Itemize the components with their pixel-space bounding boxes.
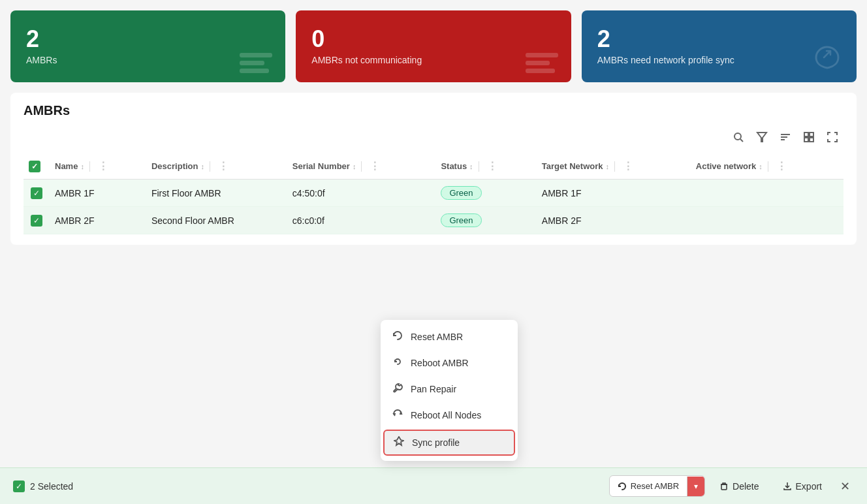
density-button[interactable]: [800, 129, 817, 146]
summary-cards: 2 AMBRs 0 AMBRs not communicating 2 AMBR…: [0, 0, 867, 93]
row-name-1: AMBR 2F: [50, 207, 146, 234]
target-sort-icon: ↕: [606, 163, 610, 170]
row-name-0: AMBR 1F: [50, 180, 146, 207]
card-icon-need-sync: [811, 40, 843, 76]
row-status-1: Green: [435, 207, 536, 234]
status-badge-0: Green: [441, 186, 481, 200]
name-sort-icon: ↕: [80, 163, 84, 170]
sort-button[interactable]: [777, 129, 794, 146]
svg-rect-9: [810, 138, 813, 142]
col-header-status[interactable]: Status ↕ ⋮: [435, 153, 536, 180]
row-serial-0: c4:50:0f: [287, 180, 436, 207]
svg-rect-10: [721, 484, 727, 490]
wrench-icon: [391, 383, 404, 396]
airplane-icon: [392, 436, 405, 449]
col-header-target-network[interactable]: Target Network ↕ ⋮: [537, 153, 691, 180]
status-badge-1: Green: [441, 213, 481, 227]
card-icon-ambrs: [240, 53, 272, 76]
active-sort-icon: ↕: [759, 163, 763, 170]
reset-icon: [391, 330, 404, 343]
row-checkbox-1[interactable]: [31, 215, 42, 227]
active-col-menu[interactable]: ⋮: [776, 160, 787, 172]
select-all-checkbox[interactable]: [29, 161, 40, 172]
col-header-active-network[interactable]: Active network ↕ ⋮: [691, 153, 843, 180]
row-checkbox-0[interactable]: [31, 187, 42, 199]
section-title: AMBRs: [24, 103, 843, 118]
name-col-menu[interactable]: ⋮: [98, 160, 108, 172]
context-menu-item-reboot-ambr[interactable]: Reboot AMBR: [381, 350, 518, 376]
row-target-network-1: AMBR 2F: [537, 207, 691, 234]
svg-line-1: [740, 139, 743, 142]
reboot-nodes-icon: [391, 409, 404, 422]
svg-marker-2: [757, 133, 766, 142]
row-description-1: Second Floor AMBR: [146, 207, 287, 234]
status-col-menu[interactable]: ⋮: [487, 160, 497, 172]
table-row[interactable]: AMBR 1F First Floor AMBR c4:50:0f Green …: [24, 180, 843, 207]
row-status-0: Green: [435, 180, 536, 207]
row-target-network-0: AMBR 1F: [537, 180, 691, 207]
bottom-bar: 2 Selected Reset AMBR ▾ Delete: [0, 467, 867, 504]
card-total-ambrs[interactable]: 2 AMBRs: [10, 10, 285, 82]
export-button[interactable]: Export: [774, 476, 831, 497]
svg-rect-7: [810, 133, 813, 136]
col-separator-3: [361, 161, 362, 172]
card-icon-not-communicating: [526, 53, 558, 76]
selected-count-label: 2 Selected: [30, 481, 73, 492]
svg-rect-6: [804, 133, 808, 136]
target-col-menu[interactable]: ⋮: [623, 160, 633, 172]
ambr-table: Name ↕ ⋮ Description ↕ ⋮: [24, 153, 843, 234]
reset-ambr-label: Reset AMBR: [631, 481, 679, 491]
context-menu-item-sync-profile[interactable]: Sync profile: [383, 430, 515, 456]
svg-point-0: [734, 133, 741, 140]
context-menu-item-reset-ambr[interactable]: Reset AMBR: [381, 324, 518, 350]
card-need-sync[interactable]: 2 AMBRs need network profile sync: [582, 10, 857, 82]
col-separator-5: [614, 161, 615, 172]
selected-count-container: 2 Selected: [13, 480, 73, 492]
card-not-communicating[interactable]: 0 AMBRs not communicating: [296, 10, 571, 82]
fullscreen-button[interactable]: [824, 129, 841, 146]
reset-ambr-main-button[interactable]: Reset AMBR: [610, 476, 687, 496]
col-separator: [89, 161, 90, 172]
reset-ambr-dropdown-button[interactable]: ▾: [687, 477, 704, 496]
col-separator-6: [768, 161, 768, 172]
desc-col-menu[interactable]: ⋮: [218, 160, 229, 172]
export-label: Export: [796, 481, 822, 492]
context-menu-label-reset-ambr: Reset AMBR: [411, 332, 463, 342]
row-checkbox-cell[interactable]: [24, 180, 50, 207]
serial-sort-icon: ↕: [353, 163, 356, 170]
context-menu-label-reboot-all-nodes: Reboot All Nodes: [411, 410, 481, 420]
bottom-bar-actions: Reset AMBR ▾ Delete Export ✕: [609, 475, 854, 497]
row-description-0: First Floor AMBR: [146, 180, 287, 207]
bottom-bar-checkbox[interactable]: [13, 480, 25, 492]
close-button[interactable]: ✕: [836, 475, 854, 497]
col-header-serial[interactable]: Serial Number ↕ ⋮: [287, 153, 436, 180]
col-header-description[interactable]: Description ↕ ⋮: [146, 153, 287, 180]
svg-rect-8: [804, 138, 808, 142]
table-row[interactable]: AMBR 2F Second Floor AMBR c6:c0:0f Green…: [24, 207, 843, 234]
col-header-name[interactable]: Name ↕ ⋮: [50, 153, 146, 180]
context-menu: Reset AMBR Reboot AMBR Pan Repair Reboot…: [381, 320, 518, 461]
table-header-row: Name ↕ ⋮ Description ↕ ⋮: [24, 153, 843, 180]
card-need-sync-number: 2: [597, 27, 841, 51]
desc-sort-icon: ↕: [200, 163, 204, 170]
table-toolbar: [24, 129, 843, 146]
reset-ambr-btn-group: Reset AMBR ▾: [609, 475, 705, 497]
row-active-network-1: [691, 207, 843, 234]
card-total-ambrs-label: AMBRs: [26, 55, 270, 65]
card-total-ambrs-number: 2: [26, 27, 270, 51]
search-button[interactable]: [730, 129, 747, 146]
context-menu-item-reboot-all-nodes[interactable]: Reboot All Nodes: [381, 402, 518, 428]
filter-button[interactable]: [753, 129, 770, 146]
col-separator-2: [210, 161, 210, 172]
reboot-icon: [391, 356, 404, 370]
context-menu-item-pan-repair[interactable]: Pan Repair: [381, 376, 518, 402]
row-serial-1: c6:c0:0f: [287, 207, 436, 234]
context-menu-label-sync-profile: Sync profile: [412, 437, 460, 448]
col-separator-4: [479, 161, 479, 172]
status-sort-icon: ↕: [469, 163, 473, 170]
serial-col-menu[interactable]: ⋮: [370, 160, 380, 172]
context-menu-label-pan-repair: Pan Repair: [411, 384, 456, 394]
row-checkbox-cell[interactable]: [24, 207, 50, 234]
col-header-checkbox[interactable]: [24, 153, 50, 180]
delete-button[interactable]: Delete: [710, 476, 768, 497]
